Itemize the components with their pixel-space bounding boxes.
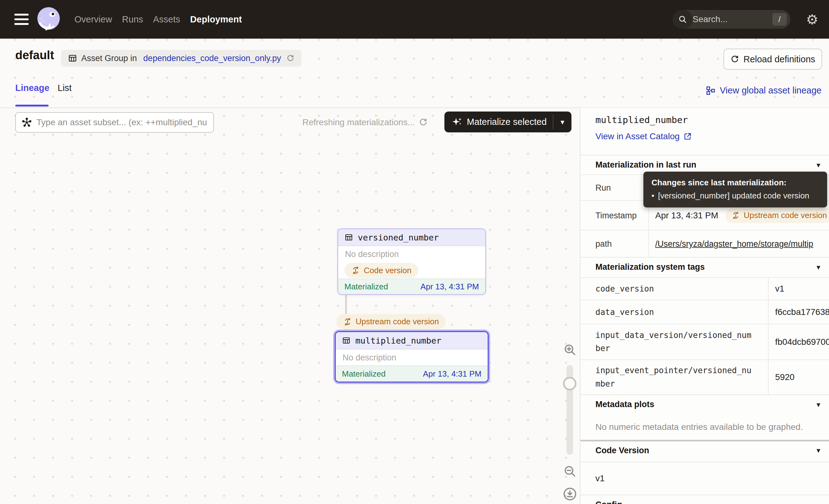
zoom-slider-handle[interactable]	[563, 377, 576, 390]
tag-key: data_version	[596, 305, 753, 319]
chevron-down-icon	[561, 118, 564, 127]
op-selector-icon	[22, 117, 32, 128]
refresh-icon[interactable]	[286, 54, 295, 63]
bullet: •	[651, 190, 654, 201]
tooltip-title: Changes since last materialization:	[651, 177, 819, 188]
changes-tooltip: Changes since last materialization: • [v…	[643, 172, 827, 208]
tag-key: input_event_pointer/versioned_number	[596, 364, 753, 391]
sync-alert-icon	[343, 317, 352, 326]
tag-value: v1	[775, 284, 829, 294]
materialized-status: Materialized	[342, 369, 386, 379]
materialization-time-link[interactable]: Apr 13, 4:31 PM	[423, 369, 481, 379]
chevron-down-icon	[817, 263, 820, 272]
chevron-down-icon	[817, 446, 820, 455]
materialization-time-link[interactable]: Apr 13, 4:31 PM	[421, 282, 479, 292]
asset-subset-filter[interactable]	[15, 112, 214, 133]
chevron-down-icon	[817, 161, 820, 170]
view-in-asset-catalog-label: View in Asset Catalog	[596, 132, 680, 141]
tag-key: code_version	[596, 282, 753, 296]
reload-definitions-label: Reload definitions	[743, 54, 815, 65]
global-search[interactable]: /	[673, 10, 790, 29]
materialize-selected-button[interactable]: Materialize selected	[444, 111, 572, 132]
primary-nav: Overview Runs Assets Deployment	[74, 0, 242, 39]
code-version-value: v1	[580, 462, 829, 495]
nav-item-deployment[interactable]: Deployment	[190, 14, 242, 25]
asset-node-versioned-number[interactable]: versioned_number No description Code ver…	[337, 228, 486, 295]
code-version-badge-label: Code version	[364, 266, 411, 275]
asset-node-footer: Materialized Apr 13, 4:31 PM	[338, 279, 485, 294]
asset-node-footer: Materialized Apr 13, 4:31 PM	[336, 365, 488, 382]
refresh-icon[interactable]	[419, 118, 428, 127]
section-code-version[interactable]: Code Version	[580, 440, 829, 460]
tab-lineage[interactable]: Lineage	[15, 83, 49, 93]
refresh-icon	[730, 55, 739, 64]
refreshing-status-text: Refreshing materializations...	[280, 112, 415, 133]
tab-list[interactable]: List	[58, 83, 72, 93]
nav-item-assets[interactable]: Assets	[153, 14, 180, 25]
materialized-status: Materialized	[345, 282, 388, 292]
panel-asset-title: multiplied_number	[596, 115, 688, 125]
nav-item-overview[interactable]: Overview	[74, 14, 112, 25]
tag-key: input_data_version/versioned_number	[596, 329, 753, 355]
asset-group-label: Asset Group in	[81, 53, 139, 63]
row-label: path	[596, 239, 612, 249]
row-path: path /Users/sryza/dagster_home/storage/m…	[580, 230, 829, 257]
upstream-code-version-label: Upstream code version	[356, 317, 439, 326]
zoom-in-icon[interactable]	[563, 343, 577, 357]
dagster-logo[interactable]	[36, 7, 61, 32]
tag-row: input_data_version/versioned_number fb04…	[580, 324, 829, 359]
row-label: Run	[596, 183, 611, 192]
upstream-code-version-badge[interactable]: Upstream code version	[725, 208, 829, 223]
top-navbar: Overview Runs Assets Deployment /	[0, 0, 829, 39]
asset-node-header: multiplied_number	[336, 332, 488, 350]
asset-subset-input[interactable]	[36, 117, 208, 128]
materialize-dropdown-button[interactable]	[553, 111, 572, 132]
section-label: Materialization system tags	[596, 262, 705, 272]
tag-value: 5920	[775, 372, 829, 382]
gear-icon[interactable]	[803, 0, 821, 39]
row-label: Timestamp	[596, 211, 637, 220]
tag-row: code_version v1	[580, 277, 829, 300]
search-shortcut-key: /	[772, 13, 787, 26]
tag-row: input_event_pointer/versioned_number 592…	[580, 359, 829, 394]
external-link-icon	[683, 132, 692, 141]
materialize-selected-label: Materialize selected	[467, 117, 546, 127]
tag-value: f6ccba177638	[775, 307, 829, 317]
section-label: Metadata plots	[596, 400, 654, 409]
asset-node-multiplied-number[interactable]: multiplied_number No description Materia…	[335, 331, 489, 383]
tag-row: data_version f6ccba177638	[580, 300, 829, 324]
nav-item-runs[interactable]: Runs	[122, 14, 143, 25]
hamburger-menu-icon[interactable]	[14, 12, 29, 27]
asset-name: versioned_number	[358, 233, 439, 242]
recenter-download-icon[interactable]	[563, 487, 577, 502]
upstream-code-version-badge[interactable]: Upstream code version	[336, 314, 446, 329]
upstream-code-version-label: Upstream code version	[744, 211, 827, 220]
asset-group-file-link[interactable]: dependencies_code_version_only.py	[143, 53, 281, 63]
asset-group-icon	[68, 53, 77, 63]
section-label: Config	[596, 500, 622, 504]
asset-group-badge: Asset Group in dependencies_code_version…	[61, 50, 301, 67]
section-materialization-system-tags[interactable]: Materialization system tags	[580, 257, 829, 277]
section-metadata-plots[interactable]: Metadata plots	[580, 394, 829, 414]
path-link[interactable]: /Users/sryza/dagster_home/storage/multip	[655, 239, 829, 249]
sparkle-icon	[452, 117, 463, 128]
search-input[interactable]	[693, 14, 772, 24]
view-in-asset-catalog-link[interactable]: View in Asset Catalog	[596, 132, 692, 141]
tooltip-change-item: [versioned_number] updated code version	[658, 190, 809, 201]
asset-name: multiplied_number	[355, 336, 441, 346]
section-label: Code Version	[596, 446, 649, 456]
active-tab-underline	[15, 105, 48, 107]
section-label: Materialization in last run	[596, 160, 696, 170]
section-config[interactable]: Config	[580, 495, 829, 504]
asset-description: No description	[338, 246, 485, 262]
reload-definitions-button[interactable]: Reload definitions	[723, 48, 822, 70]
code-version-badge[interactable]: Code version	[345, 263, 418, 278]
timestamp-value: Apr 13, 4:31 PM	[655, 211, 718, 220]
table-icon	[345, 233, 353, 242]
sync-alert-icon	[731, 211, 740, 220]
lineage-graph-icon	[706, 86, 716, 96]
zoom-out-icon[interactable]	[563, 464, 577, 478]
view-global-asset-lineage-link[interactable]: View global asset lineage	[706, 85, 822, 96]
table-icon	[342, 336, 351, 345]
asset-node-header: versioned_number	[338, 229, 485, 246]
